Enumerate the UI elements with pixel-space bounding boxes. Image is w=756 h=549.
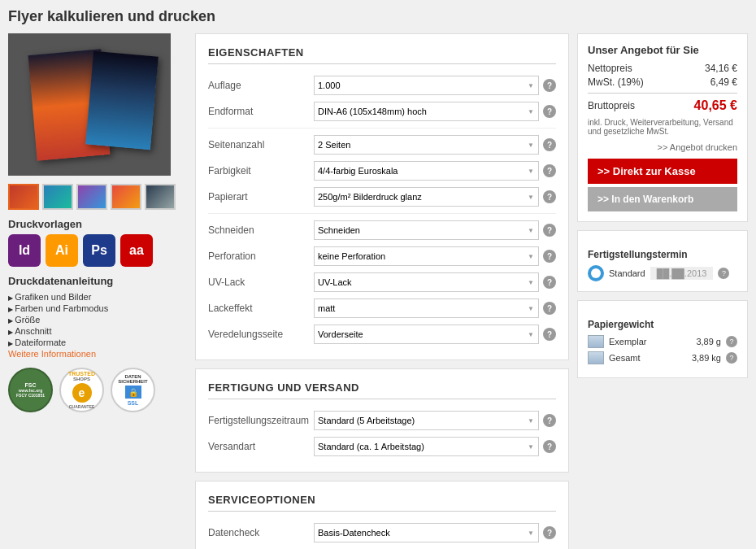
icon-indesign[interactable]: Id bbox=[8, 234, 41, 267]
price-divider bbox=[588, 93, 737, 94]
fertigstellung-row: Standard ██.██.2013 ? bbox=[588, 265, 737, 281]
icon-pdf[interactable]: aa bbox=[120, 234, 153, 267]
kasse-button[interactable]: Direkt zur Kasse bbox=[588, 159, 737, 184]
list-item[interactable]: Farben und Farbmodus bbox=[8, 303, 187, 314]
farbigkeit-row: Farbigkeit 4/4-farbig Euroskala ? bbox=[208, 158, 556, 184]
fertig-date: ██.██.2013 bbox=[650, 267, 714, 280]
weitere-informationen-link[interactable]: Weitere Informationen bbox=[8, 349, 96, 359]
papierart-select[interactable]: 250g/m² Bilderdruck glanz bbox=[314, 187, 539, 207]
schneiden-label: Schneiden bbox=[208, 224, 314, 236]
datencheck-select-wrapper[interactable]: Basis-Datencheck bbox=[314, 523, 539, 542]
warenkorb-button[interactable]: In den Warenkorb bbox=[588, 187, 737, 211]
gesamt-help[interactable]: ? bbox=[726, 352, 737, 364]
fertig-help[interactable]: ? bbox=[718, 268, 729, 279]
schneiden-help[interactable]: ? bbox=[543, 224, 556, 237]
endformat-help[interactable]: ? bbox=[543, 105, 556, 118]
list-item[interactable]: Anschnitt bbox=[8, 325, 187, 337]
list-item[interactable]: Größe bbox=[8, 314, 187, 325]
uvlack-row: UV-Lack UV-Lack ? bbox=[208, 269, 556, 295]
angebot-drucken-link[interactable]: Angebot drucken bbox=[588, 142, 737, 152]
uvlack-help[interactable]: ? bbox=[543, 276, 556, 289]
thumbnail-2[interactable] bbox=[42, 184, 73, 210]
product-image bbox=[8, 33, 171, 176]
druckdaten-section: Druckdatenanleitung Grafiken und Bilder … bbox=[8, 275, 187, 359]
endformat-select-wrapper[interactable]: DIN-A6 (105x148mm) hoch bbox=[314, 102, 539, 121]
fsc-badge: FSC www.fsc.org FSCY C101851 bbox=[8, 368, 53, 412]
schneiden-select[interactable]: Schneiden bbox=[314, 220, 539, 240]
mwst-row: MwSt. (19%) 6,49 € bbox=[588, 76, 737, 88]
thumbnail-1[interactable] bbox=[8, 184, 39, 210]
versandart-help[interactable]: ? bbox=[543, 440, 556, 453]
farbigkeit-select-wrapper[interactable]: 4/4-farbig Euroskala bbox=[314, 161, 539, 181]
veredelung-select-wrapper[interactable]: Vorderseite bbox=[314, 325, 539, 344]
exemplar-help[interactable]: ? bbox=[726, 336, 737, 347]
lackeffekt-help[interactable]: ? bbox=[543, 302, 556, 315]
datencheck-control: Basis-Datencheck ? bbox=[314, 523, 556, 542]
brutto-value: 40,65 € bbox=[694, 98, 737, 113]
datencheck-select[interactable]: Basis-Datencheck bbox=[314, 523, 539, 542]
datencheck-label: Datencheck bbox=[208, 527, 314, 538]
veredelung-label: Veredelungsseite bbox=[208, 329, 314, 340]
perforation-select[interactable]: keine Perforation bbox=[314, 246, 539, 266]
netto-value: 34,16 € bbox=[705, 63, 737, 74]
uvlack-select[interactable]: UV-Lack bbox=[314, 272, 539, 292]
papierart-help[interactable]: ? bbox=[543, 190, 556, 203]
service-section: SERVICEOPTIONEN Datencheck Basis-Datench… bbox=[195, 481, 569, 549]
veredelung-select[interactable]: Vorderseite bbox=[314, 325, 539, 344]
gesamt-row: Gesamt 3,89 kg ? bbox=[588, 351, 737, 364]
veredelung-help[interactable]: ? bbox=[543, 328, 556, 341]
gesamt-value: 3,89 kg bbox=[692, 353, 721, 363]
lackeffekt-label: Lackeffekt bbox=[208, 303, 314, 314]
fertigung-title: FERTIGUNG UND VERSAND bbox=[208, 381, 556, 399]
fertigzeit-select[interactable]: Standard (5 Arbeitstage) bbox=[314, 411, 539, 430]
fertigzeit-select-wrapper[interactable]: Standard (5 Arbeitstage) bbox=[314, 411, 539, 430]
trusted-icon: e bbox=[72, 383, 92, 403]
eigenschaften-title: EIGENSCHAFTEN bbox=[208, 46, 556, 64]
angebot-box: Unser Angebot für Sie Nettopreis 34,16 €… bbox=[577, 33, 748, 222]
fertigstellung-box: Fertigstellungstermin Standard ██.██.201… bbox=[577, 230, 748, 292]
mwst-label: MwSt. (19%) bbox=[588, 76, 644, 88]
uvlack-label: UV-Lack bbox=[208, 277, 314, 288]
druckvorlagen-title: Druckvorlagen bbox=[8, 218, 187, 230]
lackeffekt-select-wrapper[interactable]: matt bbox=[314, 298, 539, 318]
icon-photoshop[interactable]: Ps bbox=[83, 234, 115, 267]
seitenanzahl-select-wrapper[interactable]: 2 Seiten bbox=[314, 135, 539, 155]
versandart-select[interactable]: Standard (ca. 1 Arbeitstag) bbox=[314, 437, 539, 456]
thumbnail-3[interactable] bbox=[76, 184, 107, 210]
farbigkeit-help[interactable]: ? bbox=[543, 164, 556, 177]
datencheck-help[interactable]: ? bbox=[543, 526, 556, 539]
thumbnail-4[interactable] bbox=[111, 184, 141, 210]
endformat-row: Endformat DIN-A6 (105x148mm) hoch ? bbox=[208, 98, 556, 124]
uvlack-select-wrapper[interactable]: UV-Lack bbox=[314, 272, 539, 292]
versandart-select-wrapper[interactable]: Standard (ca. 1 Arbeitstag) bbox=[314, 437, 539, 456]
list-item[interactable]: Dateiformate bbox=[8, 337, 187, 348]
fertigzeit-help[interactable]: ? bbox=[543, 414, 556, 427]
endformat-select[interactable]: DIN-A6 (105x148mm) hoch bbox=[314, 102, 539, 121]
lackeffekt-select[interactable]: matt bbox=[314, 298, 539, 318]
seitenanzahl-help[interactable]: ? bbox=[543, 138, 556, 151]
farbigkeit-select[interactable]: 4/4-farbig Euroskala bbox=[314, 161, 539, 181]
icon-illustrator[interactable]: Ai bbox=[46, 234, 78, 267]
papierart-select-wrapper[interactable]: 250g/m² Bilderdruck glanz bbox=[314, 187, 539, 207]
perforation-select-wrapper[interactable]: keine Perforation bbox=[314, 246, 539, 266]
thumbnail-5[interactable] bbox=[145, 184, 176, 210]
fertig-globe-icon bbox=[588, 265, 604, 281]
list-item[interactable]: Grafiken und Bilder bbox=[8, 291, 187, 303]
auflage-control: 1.000 ? bbox=[314, 76, 556, 95]
netto-row: Nettopreis 34,16 € bbox=[588, 63, 737, 74]
versandart-row: Versandart Standard (ca. 1 Arbeitstag) ? bbox=[208, 434, 556, 460]
auflage-select-wrapper[interactable]: 1.000 bbox=[314, 76, 539, 95]
netto-label: Nettopreis bbox=[588, 63, 632, 74]
schneiden-select-wrapper[interactable]: Schneiden bbox=[314, 220, 539, 240]
exemplar-icon bbox=[588, 335, 604, 348]
auflage-select[interactable]: 1.000 bbox=[314, 76, 539, 95]
perforation-help[interactable]: ? bbox=[543, 250, 556, 263]
auflage-help[interactable]: ? bbox=[543, 79, 556, 92]
seitenanzahl-select[interactable]: 2 Seiten bbox=[314, 135, 539, 155]
seitenanzahl-label: Seitenanzahl bbox=[208, 139, 314, 150]
lackeffekt-row: Lackeffekt matt ? bbox=[208, 295, 556, 321]
veredelung-control: Vorderseite ? bbox=[314, 325, 556, 344]
papierart-control: 250g/m² Bilderdruck glanz ? bbox=[314, 187, 556, 207]
papierart-label: Papierart bbox=[208, 191, 314, 203]
druckdaten-title: Druckdatenanleitung bbox=[8, 275, 187, 287]
